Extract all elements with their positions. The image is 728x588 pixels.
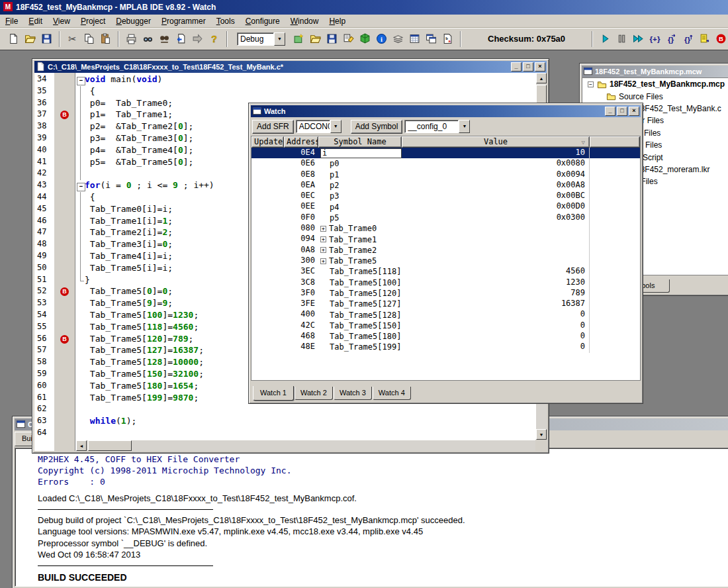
- watch-row-468[interactable]: 468Tab_Trame5[180]0: [251, 331, 640, 342]
- build-all-icon[interactable]: [340, 30, 357, 47]
- update-cell[interactable]: [251, 309, 284, 320]
- save-workspace-icon[interactable]: [324, 30, 340, 47]
- fold-gutter[interactable]: [76, 298, 85, 310]
- fold-box-icon[interactable]: [76, 180, 85, 192]
- symbol-cell[interactable]: p0: [318, 158, 402, 169]
- breakpoint-margin[interactable]: [54, 227, 76, 239]
- symbol-combo[interactable]: __config_0 ▼: [404, 120, 470, 133]
- update-cell[interactable]: [251, 299, 284, 309]
- find-icon[interactable]: [140, 30, 156, 47]
- update-cell[interactable]: [251, 266, 284, 277]
- open-workspace-icon[interactable]: [307, 30, 324, 47]
- new-file-icon[interactable]: [5, 30, 22, 47]
- breakpoint-margin[interactable]: [54, 239, 76, 251]
- update-cell[interactable]: [251, 277, 284, 288]
- breakpoint-margin[interactable]: B: [54, 286, 76, 298]
- symbol-cell[interactable]: p3: [318, 191, 402, 201]
- breakpoint-margin[interactable]: [54, 369, 76, 381]
- symbol-cell[interactable]: Tab_Trame5[100]: [318, 277, 402, 288]
- breakpoint-margin[interactable]: [54, 275, 76, 287]
- symbol-name-edit[interactable]: i: [320, 148, 402, 158]
- project-titlebar[interactable]: 18F452_test_MyBankmcp.mcw: [582, 66, 728, 77]
- update-cell[interactable]: [251, 331, 284, 342]
- symbol-cell[interactable]: p2: [318, 180, 402, 191]
- tree-item-source-files[interactable]: Source Files: [582, 90, 728, 102]
- maximize-button[interactable]: □: [523, 62, 533, 72]
- goto-locator-icon[interactable]: [173, 30, 189, 47]
- print-icon[interactable]: [123, 30, 140, 47]
- update-cell[interactable]: [251, 170, 284, 180]
- collapse-icon[interactable]: −: [588, 81, 594, 87]
- sort-icon[interactable]: ▽: [582, 139, 585, 146]
- symbol-cell[interactable]: +Tab_Trame0: [318, 223, 402, 234]
- fold-gutter[interactable]: [76, 345, 85, 357]
- fold-line-icon[interactable]: [76, 86, 85, 98]
- update-cell[interactable]: [251, 180, 284, 191]
- fold-line-icon[interactable]: [76, 251, 85, 263]
- update-cell[interactable]: [251, 245, 284, 256]
- breakpoint-margin[interactable]: [54, 168, 76, 180]
- fold-gutter[interactable]: [76, 357, 85, 369]
- breakpoint-margin[interactable]: [54, 381, 76, 393]
- update-cell[interactable]: [251, 213, 284, 223]
- close-button[interactable]: ×: [629, 107, 639, 116]
- watch-row-3F0[interactable]: 3F0Tab_Trame5[120]789: [251, 288, 640, 299]
- symbol-cell[interactable]: Tab_Trame5[128]: [318, 309, 402, 320]
- code-line-34[interactable]: 34void main(void): [34, 74, 535, 86]
- breakpoint-margin[interactable]: [54, 133, 76, 145]
- fold-line-icon[interactable]: [76, 263, 85, 275]
- run-icon[interactable]: [597, 30, 614, 47]
- debug-mode-combo[interactable]: Debug▼: [237, 32, 285, 46]
- build-output[interactable]: MP2HEX 4.45, COFF to HEX File ConverterC…: [15, 448, 728, 587]
- copy-icon[interactable]: [81, 30, 97, 47]
- tab-watch-4[interactable]: Watch 4: [373, 387, 411, 400]
- chevron-down-icon[interactable]: ▼: [274, 32, 285, 46]
- hscroll-thumb[interactable]: [88, 440, 132, 451]
- watch-row-094[interactable]: 094+Tab_Trame1: [251, 234, 640, 244]
- update-cell[interactable]: [251, 148, 284, 158]
- symbol-cell[interactable]: p5: [318, 213, 402, 223]
- menu-help[interactable]: Help: [324, 15, 351, 27]
- breakpoint-margin[interactable]: [54, 310, 76, 322]
- breakpoint-margin[interactable]: [54, 322, 76, 334]
- watch-row-3FE[interactable]: 3FETab_Trame5[127]16387: [251, 299, 640, 309]
- watch-col-value[interactable]: Value▽: [402, 136, 590, 148]
- watch-row-0E6[interactable]: 0E6p00x0080: [251, 158, 640, 169]
- breakpoint-margin[interactable]: [54, 416, 76, 428]
- paste-icon[interactable]: [97, 30, 114, 47]
- tab-watch-1[interactable]: Watch 1: [253, 386, 294, 401]
- step-into-icon[interactable]: {+}: [647, 30, 663, 47]
- symbol-cell[interactable]: p1: [318, 170, 402, 180]
- animate-icon[interactable]: [630, 30, 647, 47]
- step-over-icon[interactable]: {}: [663, 30, 680, 47]
- breakpoint-margin[interactable]: B: [54, 109, 76, 121]
- update-cell[interactable]: [251, 191, 284, 201]
- find-next-icon[interactable]: [156, 30, 173, 47]
- fold-line-icon[interactable]: [76, 239, 85, 251]
- reset-icon[interactable]: [696, 30, 713, 47]
- watch-row-300[interactable]: 300+Tab_Trame5: [251, 256, 640, 266]
- fold-gutter[interactable]: [76, 334, 85, 346]
- tab-watch-3[interactable]: Watch 3: [334, 387, 372, 400]
- menu-configure[interactable]: Configure: [240, 15, 285, 27]
- breakpoint-margin[interactable]: [54, 74, 76, 86]
- expand-icon[interactable]: +: [320, 236, 326, 242]
- menu-programmer[interactable]: Programmer: [156, 15, 211, 27]
- code-line-63[interactable]: 63 while(1);: [34, 416, 535, 428]
- breakpoint-margin[interactable]: [54, 428, 76, 440]
- watch-row-0E8[interactable]: 0E8p10x0094: [251, 170, 640, 180]
- horizontal-scrollbar[interactable]: ◄: [76, 440, 535, 451]
- watch-col-address[interactable]: Address: [284, 136, 318, 148]
- fold-gutter[interactable]: [76, 404, 85, 416]
- close-button[interactable]: ×: [535, 62, 545, 72]
- chevron-down-icon[interactable]: ▼: [330, 120, 341, 133]
- update-cell[interactable]: [251, 342, 284, 352]
- add-sfr-button[interactable]: Add SFR: [252, 120, 294, 134]
- symbol-cell[interactable]: Tab_Trame5[180]: [318, 331, 402, 342]
- fold-line-icon[interactable]: [76, 216, 85, 228]
- halt-icon[interactable]: [614, 30, 630, 47]
- fold-line-icon[interactable]: [76, 192, 85, 204]
- fold-line-icon[interactable]: [76, 121, 85, 133]
- code-line-35[interactable]: 35 {: [34, 86, 535, 98]
- code-line-64[interactable]: 64: [34, 428, 535, 440]
